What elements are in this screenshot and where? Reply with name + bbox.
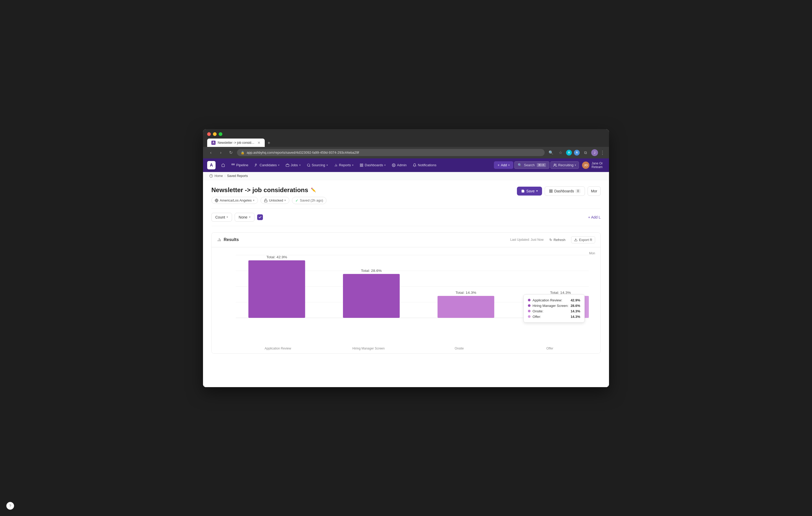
new-tab-button[interactable]: + [265, 140, 272, 147]
tooltip-row-4: Offer: 14.3% [528, 315, 580, 318]
svg-point-9 [394, 165, 395, 166]
browser-toolbar: ‹ › ↻ 🔒 app.ashbyhq.com/reports/saved/4d… [203, 147, 609, 158]
count-chevron-icon: ▾ [227, 215, 228, 219]
nav-notifications[interactable]: Notifications [410, 161, 439, 169]
nav-candidates[interactable]: Candidates ▾ [252, 161, 282, 169]
tooltip-label-3: Onsite: [532, 309, 569, 313]
refresh-browser-button[interactable]: ↻ [227, 149, 234, 156]
browser-chrome: A Newsletter -> job considerati ✕ + [203, 129, 609, 147]
user-team: Reteam [591, 165, 603, 169]
add-button[interactable]: + Add ▾ [494, 161, 513, 169]
unlock-icon [264, 199, 268, 202]
nav-dashboards-label: Dashboards [365, 163, 383, 167]
bar-application-review[interactable] [249, 260, 305, 318]
tooltip-dot-3 [528, 310, 530, 312]
breadcrumb: Home › Saved Reports [203, 172, 609, 180]
home-icon [221, 163, 225, 167]
nav-reports[interactable]: Reports ▾ [331, 161, 356, 169]
save-label: Save [526, 189, 535, 193]
ashby-extension-icon[interactable]: A [566, 150, 572, 155]
tooltip-dot-2 [528, 304, 530, 307]
svg-text:Total: 42.9%: Total: 42.9% [266, 255, 287, 259]
results-actions: Last Updated: Just Now ↻ Refresh Export … [510, 236, 595, 243]
nav-sourcing-label: Sourcing [312, 163, 325, 167]
url-text: app.ashbyhq.com/reports/saved/4d323092-f… [247, 151, 541, 154]
sourcing-chevron-icon: ▾ [326, 164, 328, 166]
tooltip-row-1: Application Review: 42.9% [528, 298, 580, 302]
timezone-chevron-icon: ▾ [253, 199, 255, 202]
tooltip-row-3: Onsite: 14.3% [528, 309, 580, 313]
bar-hiring-manager[interactable] [343, 274, 400, 318]
bookmark-icon[interactable]: ☆ [557, 149, 564, 156]
nav-candidates-label: Candidates [260, 163, 277, 167]
svg-text:Total: 14.3%: Total: 14.3% [456, 291, 476, 295]
nav-admin[interactable]: Admin [389, 161, 409, 169]
timezone-badge[interactable]: America/Los Angeles ▾ [211, 197, 258, 204]
results-title-text: Results [224, 237, 239, 242]
forward-button[interactable]: › [217, 149, 225, 156]
a-extension-icon[interactable]: A [574, 150, 580, 155]
search-browser-icon[interactable]: 🔍 [547, 149, 555, 156]
nav-jobs[interactable]: Jobs ▾ [283, 161, 303, 169]
nav-sourcing[interactable]: Sourcing ▾ [304, 161, 330, 169]
none-filter[interactable]: None ▾ [235, 213, 254, 222]
recruiting-label: Recruiting [558, 163, 574, 167]
results-header: Results Last Updated: Just Now ↻ Refresh… [212, 233, 600, 247]
svg-rect-16 [551, 189, 552, 190]
mon-indicator: Mon [589, 251, 595, 255]
count-filter[interactable]: Count ▾ [211, 213, 232, 222]
tooltip-row-2: Hiring Manager Screen: 28.6% [528, 304, 580, 308]
svg-text:Total: 14.3%: Total: 14.3% [550, 291, 571, 295]
app-logo[interactable]: A [207, 161, 215, 170]
breadcrumb-home-link[interactable]: Home [214, 174, 223, 178]
chrome-user-avatar[interactable]: J [591, 149, 598, 156]
pipeline-icon [231, 163, 235, 167]
lock-badge[interactable]: Unlocked ▾ [261, 197, 289, 204]
filters-bar: Count ▾ None ▾ + Add L [211, 208, 601, 226]
dashboards-button[interactable]: Dashboards 0 [545, 186, 585, 196]
nav-home[interactable] [219, 162, 228, 169]
address-bar[interactable]: 🔒 app.ashbyhq.com/reports/saved/4d323092… [237, 149, 545, 156]
refresh-icon: ↻ [549, 238, 552, 242]
report-actions: Save ▾ Dashboards 0 Mor [517, 186, 601, 196]
minimize-window-button[interactable] [213, 132, 216, 136]
save-icon [521, 189, 525, 193]
bell-icon [413, 163, 416, 167]
user-name: Jane Or [591, 161, 603, 165]
recruiting-selector[interactable]: Recruiting ▾ [550, 161, 579, 169]
maximize-window-button[interactable] [219, 132, 222, 136]
filter-checkbox[interactable] [257, 214, 263, 220]
x-label-hiring-manager: Hiring Manager Screen [323, 346, 414, 350]
jobs-chevron-icon: ▾ [299, 164, 300, 166]
nav-dashboards[interactable]: Dashboards ▾ [357, 161, 388, 169]
timezone-label: America/Los Angeles [220, 199, 252, 202]
back-button[interactable]: ‹ [207, 149, 214, 156]
none-chevron-icon: ▾ [249, 215, 251, 219]
tab-close-button[interactable]: ✕ [257, 141, 261, 145]
more-button[interactable]: Mor [587, 186, 601, 196]
edit-title-button[interactable]: ✏️ [311, 187, 316, 192]
nav-pipeline-label: Pipeline [236, 163, 248, 167]
dashboards-count-badge: 0 [576, 189, 580, 193]
report-meta: America/Los Angeles ▾ Unlocked ▾ ✓ Saved… [211, 197, 326, 204]
close-window-button[interactable] [207, 132, 211, 136]
export-button[interactable]: Export R [571, 236, 595, 243]
search-button[interactable]: 🔍 Search ⌘+K [514, 161, 549, 169]
user-menu[interactable]: JO Jane Or Reteam [580, 160, 605, 170]
tooltip-label-1: Application Review: [532, 298, 569, 302]
checkbox-check-icon [258, 215, 262, 219]
browser-menu-button[interactable]: ⋮ [600, 150, 605, 155]
extensions-icon[interactable]: ⧉ [582, 149, 589, 156]
refresh-button[interactable]: ↻ Refresh [547, 237, 568, 243]
lock-icon: 🔒 [241, 151, 244, 154]
save-button[interactable]: Save ▾ [517, 187, 542, 195]
bar-onsite[interactable] [438, 296, 494, 318]
chart-area: Total: 42.9% Total: 28.6% Total: 14.3% T… [212, 247, 600, 346]
nav-pipeline[interactable]: Pipeline [229, 161, 251, 169]
active-tab[interactable]: A Newsletter -> job considerati ✕ [207, 139, 265, 147]
tooltip-label-2: Hiring Manager Screen: [532, 304, 569, 308]
add-line-button[interactable]: + Add L [588, 215, 601, 219]
svg-rect-15 [549, 189, 550, 190]
tooltip-value-3: 14.3% [571, 309, 580, 313]
last-updated-text: Last Updated: Just Now [510, 238, 543, 242]
